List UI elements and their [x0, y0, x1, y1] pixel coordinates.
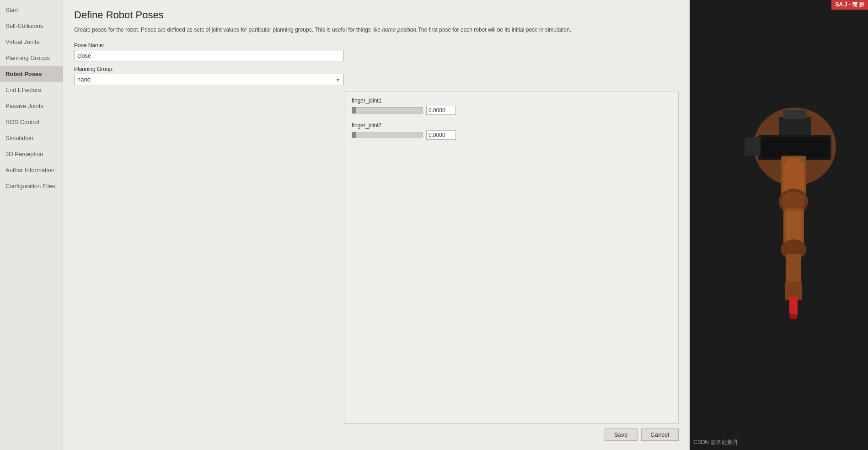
sidebar-item-3d-perception[interactable]: 3D Perception: [0, 146, 63, 162]
sidebar-item-start[interactable]: Start: [0, 2, 63, 18]
cancel-button[interactable]: Cancel: [641, 428, 679, 441]
desc-italic: home position.: [382, 27, 418, 33]
sidebar-item-passive-joints[interactable]: Passive Joints: [0, 98, 63, 114]
joint2-row: finger_joint2: [352, 122, 671, 140]
sidebar-item-simulation[interactable]: Simulation: [0, 130, 63, 146]
joint1-slider-row: [352, 106, 671, 115]
left-panel: [74, 92, 344, 424]
joints-panel: finger_joint1 finger_joint2: [344, 92, 679, 424]
svg-point-20: [783, 195, 786, 198]
page-description: Create poses for the robot. Poses are de…: [74, 26, 679, 34]
svg-rect-0: [690, 0, 868, 450]
robot-visual: CSDN @四处炼丹: [690, 0, 868, 450]
desc-suffix: The first pose for each robot will be it…: [418, 27, 572, 33]
planning-group-select-wrapper: handarmarm_with_hand: [74, 74, 344, 85]
sidebar-item-end-effectors[interactable]: End Effectors: [0, 82, 63, 98]
joint2-slider-row: [352, 130, 671, 140]
svg-rect-17: [790, 314, 797, 319]
pose-name-label: Pose Name:: [74, 42, 679, 49]
joint2-label: finger_joint2: [352, 122, 671, 129]
save-button[interactable]: Save: [605, 428, 638, 441]
joint1-slider[interactable]: [352, 107, 423, 114]
joint1-row: finger_joint1: [352, 98, 671, 115]
planning-group-row: Planning Group: handarmarm_with_hand: [74, 66, 679, 85]
svg-point-18: [782, 158, 786, 162]
planning-group-select[interactable]: handarmarm_with_hand: [74, 74, 344, 85]
joint2-value[interactable]: [426, 130, 456, 140]
sidebar: StartSelf-CollisionsVirtual JointsPlanni…: [0, 0, 63, 450]
robot-svg: [690, 0, 868, 450]
sidebar-item-planning-groups[interactable]: Planning Groups: [0, 50, 63, 66]
svg-rect-2: [779, 117, 811, 137]
viewport: SA J · 简 拼: [690, 0, 868, 450]
sidebar-item-self-collisions[interactable]: Self-Collisions: [0, 18, 63, 34]
pose-name-row: Pose Name:: [74, 42, 679, 61]
sidebar-item-configuration-files[interactable]: Configuration Files: [0, 178, 63, 194]
sidebar-item-author-information[interactable]: Author Information: [0, 162, 63, 178]
sidebar-item-robot-poses[interactable]: Robot Poses: [0, 66, 63, 82]
main-content: Define Robot Poses Create poses for the …: [63, 0, 690, 450]
footer: Save Cancel: [74, 424, 679, 443]
joint2-slider[interactable]: [352, 132, 423, 138]
sidebar-item-virtual-joints[interactable]: Virtual Joints: [0, 34, 63, 50]
svg-rect-6: [745, 137, 761, 156]
desc-prefix: Create poses for the robot. Poses are de…: [74, 27, 382, 33]
page-title: Define Robot Poses: [74, 9, 679, 21]
joint1-label: finger_joint1: [352, 98, 671, 104]
pose-name-input[interactable]: [74, 50, 344, 61]
svg-point-19: [801, 158, 804, 162]
joint1-value[interactable]: [426, 106, 456, 115]
svg-rect-14: [786, 254, 801, 284]
form-section: Pose Name: Planning Group: handarmarm_wi…: [74, 42, 679, 85]
svg-rect-16: [789, 297, 798, 315]
csdn-watermark: CSDN @四处炼丹: [693, 439, 738, 446]
svg-rect-3: [783, 110, 806, 119]
svg-rect-5: [761, 137, 829, 158]
viewport-topbar: SA J · 简 拼: [831, 0, 868, 10]
svg-point-21: [801, 195, 804, 198]
planning-group-label: Planning Group:: [74, 66, 679, 72]
content-area: finger_joint1 finger_joint2: [74, 92, 679, 424]
sidebar-item-ros-control[interactable]: ROS Control: [0, 114, 63, 130]
